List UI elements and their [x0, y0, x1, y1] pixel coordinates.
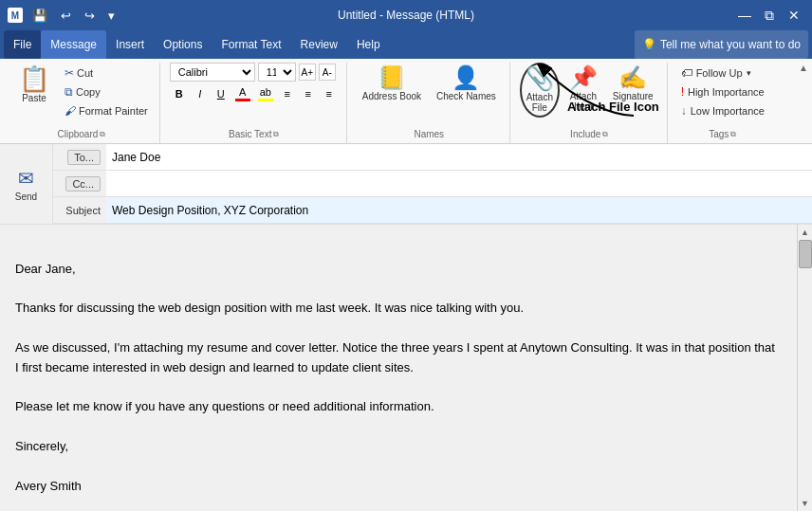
to-button[interactable]: To...: [67, 150, 101, 165]
menu-review[interactable]: Review: [291, 30, 347, 59]
highlight-icon: ab: [260, 86, 271, 98]
bold-button[interactable]: B: [170, 84, 189, 103]
tags-expander[interactable]: ⧉: [730, 130, 736, 139]
close-button[interactable]: ✕: [784, 7, 804, 24]
font-family-select[interactable]: Calibri: [170, 63, 255, 82]
ribbon-collapse-button[interactable]: ▲: [799, 63, 808, 73]
menu-format-text[interactable]: Format Text: [212, 30, 290, 59]
followup-label: Follow Up: [696, 67, 743, 79]
basic-text-expander[interactable]: ⧉: [273, 130, 279, 139]
format-row: B I U A ab ≡ ≡ ≡: [170, 84, 339, 103]
basic-text-label: Basic Text ⧉: [170, 127, 339, 139]
scrollbar-right[interactable]: ▲ ▼: [797, 225, 812, 511]
include-label: Include ⧉: [520, 127, 659, 139]
tags-content: 🏷 Follow Up ▾ ! High Importance ↓ Low Im…: [677, 63, 768, 127]
menu-help[interactable]: Help: [347, 30, 390, 59]
followup-button[interactable]: 🏷 Follow Up ▾: [677, 64, 768, 82]
subject-input[interactable]: [106, 197, 812, 223]
scroll-up-arrow[interactable]: ▲: [798, 225, 812, 240]
paste-label: Paste: [22, 93, 46, 103]
font-controls: Calibri 11 A+ A- B I U A: [170, 63, 339, 103]
address-book-button[interactable]: 📒 Address Book: [357, 63, 427, 105]
highlight-color-button[interactable]: ab: [255, 84, 276, 103]
redo-button[interactable]: ↪: [81, 7, 99, 25]
scroll-track: [798, 240, 812, 496]
include-expander[interactable]: ⧉: [602, 130, 608, 139]
body-scroll-wrapper: Dear Jane, Thanks for discussing the web…: [0, 225, 812, 511]
search-icon: 💡: [642, 38, 656, 51]
window-controls: — ⧉ ✕: [734, 7, 804, 24]
cc-field-tag: Cc...: [53, 176, 106, 192]
header-rows: ✉ Send To... Cc... Subject: [0, 144, 812, 225]
check-names-label: Check Names: [436, 91, 496, 101]
scroll-thumb[interactable]: [799, 240, 812, 268]
to-input[interactable]: [106, 144, 812, 170]
low-importance-button[interactable]: ↓ Low Importance: [677, 102, 768, 119]
save-button[interactable]: 💾: [28, 7, 51, 25]
highlight-bar: [258, 99, 273, 101]
subject-label: Subject: [65, 205, 101, 216]
check-names-button[interactable]: 👤 Check Names: [431, 63, 502, 105]
cc-input[interactable]: [106, 171, 812, 196]
tags-items: 🏷 Follow Up ▾ ! High Importance ↓ Low Im…: [677, 63, 768, 119]
window-title: Untitled - Message (HTML): [338, 9, 474, 22]
undo-button[interactable]: ↩: [57, 7, 75, 25]
font-size-select[interactable]: 11: [258, 63, 296, 82]
menu-file[interactable]: File: [4, 30, 41, 59]
paste-button[interactable]: 📋 Paste: [11, 63, 57, 107]
align-right-button[interactable]: ≡: [320, 84, 339, 103]
menu-options[interactable]: Options: [154, 30, 212, 59]
basic-text-content: Calibri 11 A+ A- B I U A: [170, 63, 339, 127]
align-center-button[interactable]: ≡: [299, 84, 318, 103]
cut-button[interactable]: ✂ Cut: [61, 64, 152, 82]
address-book-icon: 📒: [378, 66, 406, 89]
cc-button[interactable]: Cc...: [65, 176, 101, 192]
format-painter-icon: 🖌: [65, 104, 76, 118]
font-size-increase[interactable]: A+: [299, 64, 316, 81]
font-color-icon: A: [239, 86, 246, 98]
names-content: 📒 Address Book 👤 Check Names: [357, 63, 502, 127]
clipboard-expander[interactable]: ⧉: [100, 130, 105, 139]
send-area: ✉ Send: [0, 144, 53, 224]
align-left-button[interactable]: ≡: [278, 84, 297, 103]
title-bar: M 💾 ↩ ↪ ▾ Untitled - Message (HTML) — ⧉ …: [0, 0, 812, 30]
body-text[interactable]: Dear Jane, Thanks for discussing the web…: [0, 225, 797, 511]
font-size-decrease[interactable]: A-: [319, 64, 336, 81]
menu-message[interactable]: Message: [41, 30, 106, 59]
subject-row: Subject: [53, 197, 812, 224]
ribbon-group-names: 📒 Address Book 👤 Check Names Names: [349, 63, 510, 143]
format-painter-button[interactable]: 🖌 Format Painter: [61, 102, 152, 119]
paste-icon: 📋: [19, 66, 49, 91]
cc-row: Cc...: [53, 171, 812, 197]
scroll-down-arrow[interactable]: ▼: [798, 496, 812, 511]
app-icon: M: [8, 8, 23, 23]
format-painter-label: Format Painter: [79, 105, 148, 117]
menu-insert[interactable]: Insert: [106, 30, 154, 59]
send-button[interactable]: ✉ Send: [8, 163, 45, 206]
check-names-icon: 👤: [452, 66, 480, 89]
copy-icon: ⧉: [65, 85, 73, 99]
low-importance-icon: ↓: [681, 104, 687, 118]
to-row: To...: [53, 144, 812, 171]
underline-button[interactable]: U: [212, 84, 231, 103]
tags-label: Tags ⧉: [677, 127, 768, 139]
callout-arrow-svg: [529, 64, 643, 125]
quick-access-dropdown[interactable]: ▾: [104, 7, 119, 25]
copy-button[interactable]: ⧉ Copy: [61, 83, 152, 100]
ribbon: 📋 Paste ✂ Cut ⧉ Copy 🖌 Format Painter C: [0, 59, 812, 144]
send-text: Send: [15, 192, 37, 202]
fields-area: To... Cc... Subject: [53, 144, 812, 224]
clipboard-label: Clipboard ⧉: [11, 127, 152, 139]
clipboard-sub: ✂ Cut ⧉ Copy 🖌 Format Painter: [61, 63, 152, 119]
italic-button[interactable]: I: [191, 84, 210, 103]
high-importance-button[interactable]: ! High Importance: [677, 83, 768, 100]
low-importance-label: Low Importance: [691, 105, 765, 117]
menu-bar: File Message Insert Options Format Text …: [0, 30, 812, 59]
restore-button[interactable]: ⧉: [759, 7, 780, 24]
font-color-button[interactable]: A: [232, 84, 253, 103]
address-book-label: Address Book: [362, 91, 421, 101]
menu-search[interactable]: 💡 Tell me what you want to do: [635, 30, 808, 59]
minimize-button[interactable]: —: [734, 7, 755, 24]
followup-arrow: ▾: [747, 68, 751, 78]
callout-container: Attach File Icon: [529, 64, 643, 128]
